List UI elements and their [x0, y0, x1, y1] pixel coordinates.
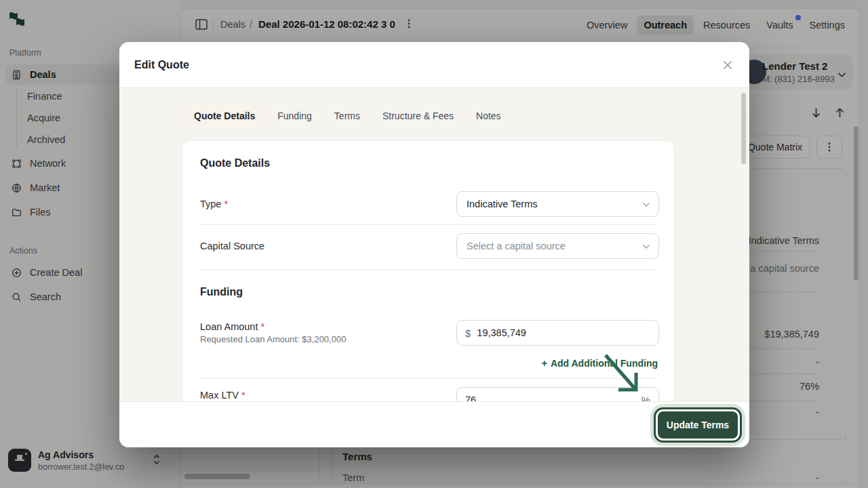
percent-icon: %	[642, 394, 650, 402]
capital-source-label: Capital Source	[200, 241, 264, 251]
funding-heading: Funding	[200, 286, 243, 298]
tab-quote-details[interactable]: Quote Details	[185, 106, 264, 126]
dollar-icon: $	[465, 327, 471, 339]
quote-details-heading: Quote Details	[200, 157, 270, 169]
row-divider	[200, 224, 658, 225]
modal-footer: Update Terms	[119, 401, 749, 447]
required-marker: *	[224, 199, 228, 209]
modal-title: Edit Quote	[134, 59, 189, 71]
tab-notes[interactable]: Notes	[467, 106, 510, 126]
modal-header: Edit Quote	[119, 42, 749, 88]
max-ltv-label: Max LTV *	[200, 390, 245, 401]
plus-icon: +	[542, 358, 547, 369]
chevron-down-icon	[642, 241, 650, 251]
modal-body: Quote Details Funding Terms Structure & …	[119, 88, 749, 401]
required-marker: *	[261, 321, 265, 332]
update-terms-button[interactable]: Update Terms	[658, 411, 738, 439]
loan-amount-helper: Requested Loan Amount: $3,200,000	[200, 334, 346, 344]
capital-source-select[interactable]: Select a capital source	[456, 233, 659, 259]
modal-tabs: Quote Details Funding Terms Structure & …	[185, 106, 510, 126]
loan-amount-field: $	[456, 320, 659, 346]
chevron-down-icon	[642, 199, 650, 209]
tab-terms[interactable]: Terms	[326, 106, 369, 126]
quote-form-card: Quote Details Type * Indicative Terms Ca…	[182, 140, 675, 401]
close-icon[interactable]	[722, 60, 734, 72]
row-divider	[200, 378, 658, 379]
loan-amount-label: Loan Amount *	[200, 321, 264, 332]
type-label: Type *	[200, 199, 228, 209]
edit-quote-modal: Edit Quote Quote Details Funding Terms S…	[119, 42, 749, 447]
max-ltv-field: %	[456, 387, 659, 401]
loan-amount-input[interactable]	[477, 327, 650, 338]
required-marker: *	[241, 390, 245, 401]
add-additional-funding-link[interactable]: + Add Additional Funding	[542, 358, 658, 369]
type-select[interactable]: Indicative Terms	[456, 191, 659, 217]
tab-funding[interactable]: Funding	[269, 106, 321, 126]
modal-scrollbar-thumb[interactable]	[741, 93, 746, 164]
section-divider	[200, 270, 658, 270]
tab-structure-fees[interactable]: Structure & Fees	[374, 106, 462, 126]
max-ltv-input[interactable]	[465, 394, 635, 401]
